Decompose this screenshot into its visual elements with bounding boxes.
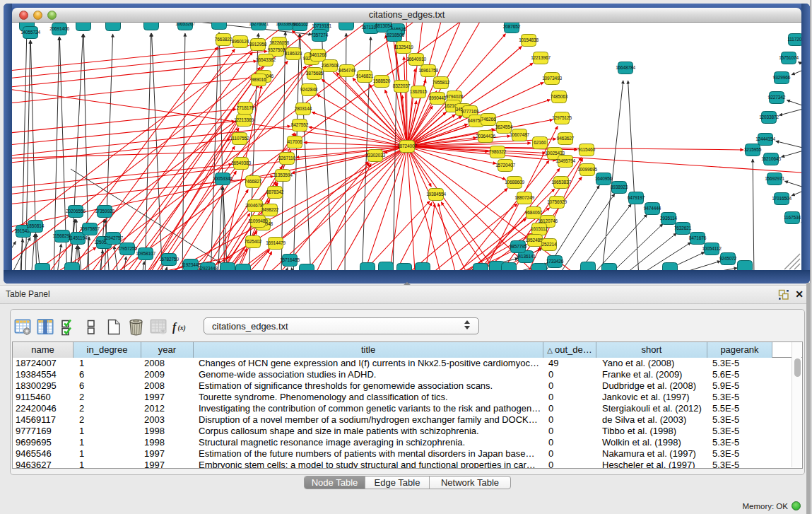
teal-node[interactable] [220, 263, 235, 271]
trash-icon[interactable] [127, 318, 145, 336]
function-icon[interactable]: f(x) [172, 318, 190, 336]
teal-node[interactable] [502, 263, 517, 271]
red-edge[interactable] [120, 61, 288, 270]
black-edge[interactable] [211, 33, 219, 270]
black-edge[interactable] [606, 224, 663, 270]
teal-node[interactable] [663, 263, 678, 271]
network-canvas[interactable]: 1065326715276021696610210719181167131657… [12, 23, 801, 270]
red-edge[interactable] [407, 146, 801, 173]
table-row[interactable]: 946554611997Estimation of the future num… [13, 448, 802, 460]
teal-node[interactable] [473, 264, 488, 271]
splitter-handle-icon[interactable] [404, 282, 411, 285]
black-edge[interactable] [683, 268, 737, 270]
table-scrollbar-thumb[interactable] [794, 358, 801, 377]
black-edge[interactable] [141, 262, 144, 270]
red-edge[interactable] [353, 146, 407, 270]
teal-node[interactable] [379, 262, 394, 271]
red-edge[interactable] [12, 139, 230, 178]
new-file-icon[interactable] [105, 318, 122, 336]
red-edge[interactable] [12, 77, 254, 119]
black-edge[interactable] [787, 100, 801, 107]
table-row[interactable]: 1872400712008Changes of HCN gene express… [13, 358, 802, 369]
memory-ok-led-icon[interactable] [792, 501, 801, 510]
table-panel-titlebar[interactable]: Table Panel ✕ [0, 285, 812, 304]
black-edge[interactable] [164, 267, 167, 270]
table-row[interactable]: 969969511998Structural magnetic resonanc… [13, 437, 802, 448]
table-row[interactable]: 977716911998Corpus callosum shape and si… [13, 426, 802, 437]
column-header-out_de[interactable]: △out_de… [543, 342, 596, 358]
black-edge[interactable] [557, 194, 615, 270]
resize-grip-icon[interactable] [784, 254, 800, 269]
teal-node[interactable] [76, 23, 91, 31]
teal-node[interactable] [144, 23, 159, 30]
black-edge[interactable] [782, 149, 801, 157]
column-header-name[interactable]: name [13, 342, 73, 358]
teal-node[interactable] [397, 264, 412, 271]
teal-node[interactable] [300, 264, 314, 271]
window-titlebar[interactable]: citations_edges.txt [12, 8, 801, 23]
cell-name: 9465546 [13, 448, 73, 460]
black-edge[interactable] [779, 107, 801, 115]
black-edge[interactable] [152, 33, 163, 270]
black-edge[interactable] [218, 187, 223, 270]
red-edge[interactable] [424, 204, 435, 270]
black-edge[interactable] [30, 40, 37, 270]
teal-node[interactable] [738, 261, 753, 271]
black-edge[interactable] [574, 204, 631, 270]
black-edge[interactable] [799, 62, 802, 69]
black-edge[interactable] [792, 68, 801, 75]
black-edge[interactable] [753, 159, 754, 270]
red-edge[interactable] [254, 252, 272, 270]
red-edge[interactable] [385, 146, 407, 270]
table-row[interactable]: 1938455462009Genome-wide association stu… [13, 369, 802, 380]
black-edge[interactable] [284, 268, 288, 271]
black-edge[interactable] [628, 81, 639, 270]
teal-node[interactable] [35, 264, 50, 271]
teal-node[interactable] [532, 264, 547, 271]
teal-node[interactable] [106, 23, 121, 31]
column-header-in_degree[interactable]: in_degree [73, 342, 141, 358]
black-edge[interactable] [12, 241, 16, 267]
black-edge[interactable] [792, 189, 801, 196]
column-header-pagerank[interactable]: pagerank [707, 342, 772, 358]
node-label: 252214 [542, 242, 557, 247]
column-select-icon[interactable] [37, 318, 54, 336]
teal-node[interactable] [360, 263, 375, 271]
network-graph[interactable]: 1065326715276021696610210719181167131657… [12, 23, 801, 270]
tab-edge-table[interactable]: Edge Table [365, 477, 430, 489]
red-edge[interactable] [317, 95, 407, 147]
tab-node-table[interactable]: Node Table [305, 477, 365, 489]
teal-node[interactable] [602, 264, 617, 271]
column-header-title[interactable]: title [194, 342, 543, 358]
black-edge[interactable] [776, 141, 801, 149]
close-icon[interactable]: ✕ [794, 288, 805, 300]
column-header-short[interactable]: short [596, 342, 707, 358]
row-select-icon[interactable] [59, 318, 77, 336]
teal-node[interactable] [581, 262, 596, 271]
float-window-icon[interactable] [778, 289, 789, 300]
table-row[interactable]: 911546021997Tourette syndrome. Phenomeno… [13, 392, 802, 403]
table-source-dropdown[interactable]: citations_edges.txt [204, 317, 479, 334]
rows-icon[interactable] [82, 318, 100, 336]
tab-network-table[interactable]: Network Table [430, 477, 510, 489]
black-edge[interactable] [31, 234, 35, 270]
red-edge[interactable] [12, 146, 407, 159]
table-row[interactable]: 946362711997Embryonic stem cells: a mode… [13, 460, 802, 469]
table-row[interactable]: 2242004622012Investigating the contribut… [13, 403, 802, 414]
table-settings-icon[interactable] [14, 318, 32, 336]
red-edge[interactable] [12, 85, 407, 146]
teal-node[interactable] [212, 23, 227, 30]
teal-node[interactable] [236, 264, 251, 271]
black-edge[interactable] [785, 181, 802, 189]
black-edge[interactable] [293, 34, 300, 270]
red-edge[interactable] [12, 176, 273, 220]
red-edge[interactable] [292, 146, 407, 173]
black-edge[interactable] [590, 214, 647, 270]
table-row[interactable]: 1456911722003Disruption of a novel membe… [13, 414, 802, 426]
teal-node[interactable] [65, 263, 80, 271]
table-scrollbar[interactable] [792, 342, 801, 467]
teal-node[interactable] [416, 263, 430, 271]
table-row[interactable]: 1830029562008Estimation of significance … [13, 380, 802, 392]
teal-node[interactable] [339, 23, 354, 30]
column-header-year[interactable]: year [141, 342, 194, 358]
